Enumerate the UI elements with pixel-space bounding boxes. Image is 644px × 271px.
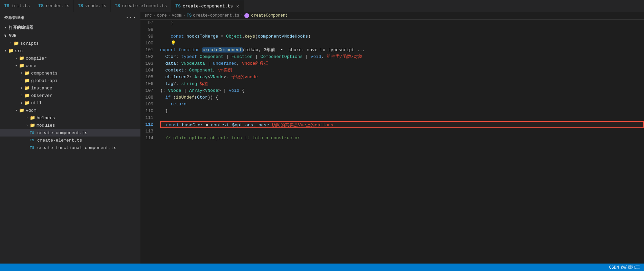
- breadcrumb-vdom: vdom: [172, 13, 182, 18]
- status-bar: CSDN @前端张三: [0, 264, 644, 271]
- chevron-icon: [19, 94, 24, 98]
- breadcrumb-src: src: [145, 13, 152, 18]
- code-lines: } const hooksToMerge = Object.keys(compo…: [157, 20, 644, 264]
- chevron-icon: [19, 101, 24, 105]
- sidebar-title: 资源管理器: [4, 15, 25, 20]
- sidebar-item-create-functional-component[interactable]: TS create-functional-component.ts: [0, 144, 140, 151]
- tab-label-create-element: create-element.ts: [122, 3, 167, 8]
- breadcrumb-core: core: [157, 13, 167, 18]
- code-line-108: if (isUndef(Ctor)) {: [160, 94, 644, 101]
- folder-icon: 📁: [19, 108, 24, 113]
- code-line-103: data: VNodeData | undefined, vndoe的数据: [160, 60, 644, 67]
- code-line-109: return: [160, 101, 644, 108]
- chevron-icon: [3, 49, 8, 53]
- sidebar-item-util[interactable]: 📁 util: [0, 99, 140, 107]
- folder-icon: 📁: [19, 63, 24, 68]
- ts-badge: TS: [38, 3, 44, 8]
- chevron-icon: [14, 64, 19, 68]
- tab-label-vnode: vnode.ts: [85, 3, 106, 8]
- code-line-106: tag?: string 标签: [160, 81, 644, 87]
- line-numbers: 97 98 99 100 101 102 103 104 105 106 107…: [140, 20, 157, 264]
- tab-create-element[interactable]: TS create-element.ts: [111, 0, 171, 12]
- sidebar-item-components[interactable]: 📁 components: [0, 69, 140, 77]
- status-text: CSDN @前端张三: [609, 265, 640, 270]
- breadcrumb-file-badge: TS: [187, 13, 192, 18]
- component-icon: [244, 13, 249, 18]
- tab-create-component[interactable]: TS create-component.ts ✕: [171, 0, 243, 12]
- sidebar-item-create-component[interactable]: TS create-component.ts: [0, 129, 140, 137]
- chevron-icon: [24, 116, 30, 120]
- sidebar-item-modules[interactable]: 📁 modules: [0, 122, 140, 129]
- editor-area: src › core › vdom › TS create-component.…: [140, 12, 644, 264]
- sidebar-item-vdom[interactable]: 📁 vdom: [0, 107, 140, 114]
- code-line-113: [160, 128, 644, 135]
- folder-icon: 📁: [30, 123, 35, 128]
- ts-file-icon: TS: [30, 146, 36, 150]
- code-line-110: }: [160, 108, 644, 114]
- tab-init[interactable]: TS init.ts: [0, 0, 34, 12]
- sidebar-item-instance[interactable]: 📁 instance: [0, 84, 140, 92]
- code-line-100: 💡: [160, 40, 644, 47]
- folder-icon: 📁: [24, 70, 30, 76]
- tab-bar: TS init.ts TS render.ts TS vnode.ts TS c…: [0, 0, 644, 12]
- breadcrumb: src › core › vdom › TS create-component.…: [140, 12, 644, 20]
- tab-label-init: init.ts: [12, 3, 30, 8]
- ts-badge-active: TS: [175, 4, 181, 9]
- sidebar-item-scripts[interactable]: 📁 scripts: [0, 40, 140, 47]
- tab-close-button[interactable]: ✕: [236, 3, 239, 9]
- code-line-104: context: Component, vm实例: [160, 67, 644, 74]
- main-layout: 资源管理器 ··· › 打开的编辑器 ∨ VUE 📁 scripts 📁 src…: [0, 12, 644, 264]
- tab-vnode[interactable]: TS vnode.ts: [74, 0, 111, 12]
- folder-icon: 📁: [24, 100, 30, 106]
- ts-badge: TS: [78, 3, 83, 8]
- sidebar-tree: 📁 scripts 📁 src 📁 compiler 📁 core 📁: [0, 40, 140, 264]
- vue-folder-label[interactable]: ∨ VUE: [0, 32, 140, 40]
- ts-badge: TS: [115, 3, 120, 8]
- chevron-icon: [14, 108, 19, 112]
- folder-icon: 📁: [8, 48, 14, 54]
- chevron-icon: [19, 79, 24, 83]
- chevron-icon: [8, 42, 14, 45]
- folder-icon: 📁: [24, 93, 30, 98]
- sidebar-item-core[interactable]: 📁 core: [0, 62, 140, 69]
- folder-icon: 📁: [24, 85, 30, 91]
- code-line-99: const hooksToMerge = Object.keys(compone…: [160, 33, 644, 40]
- folder-icon: 📁: [24, 78, 30, 83]
- sidebar-item-create-element[interactable]: TS create-element.ts: [0, 137, 140, 144]
- code-editor[interactable]: 97 98 99 100 101 102 103 104 105 106 107…: [140, 20, 644, 264]
- sidebar-item-global-api[interactable]: 📁 global-api: [0, 77, 140, 84]
- code-line-112: const baseCtor = context.$options._base …: [160, 121, 644, 128]
- folder-icon: 📁: [30, 115, 35, 121]
- code-line-98: [160, 26, 644, 33]
- breadcrumb-file: create-component.ts: [193, 13, 239, 18]
- code-line-102: Ctor: typeof Component | Function | Comp…: [160, 54, 644, 60]
- code-line-111: [160, 114, 644, 121]
- chevron-icon: [19, 86, 24, 90]
- chevron-icon: [14, 57, 19, 60]
- open-editors-label[interactable]: › 打开的编辑器: [0, 23, 140, 32]
- ts-file-icon: TS: [30, 138, 36, 142]
- code-line-107: ): VNode | Array<VNode> | void {: [160, 87, 644, 94]
- code-line-105: children?: Array<VNode>, 子级的vnode: [160, 74, 644, 81]
- folder-icon: 📁: [19, 56, 24, 61]
- sidebar-item-observer[interactable]: 📁 observer: [0, 92, 140, 99]
- sidebar-item-compiler[interactable]: 📁 compiler: [0, 55, 140, 62]
- code-line-97: }: [160, 20, 644, 26]
- tab-label-create-component: create-component.ts: [183, 4, 233, 9]
- ts-file-icon: TS: [30, 131, 36, 135]
- sidebar-menu-button[interactable]: ···: [126, 15, 136, 21]
- sidebar: 资源管理器 ··· › 打开的编辑器 ∨ VUE 📁 scripts 📁 src…: [0, 12, 140, 264]
- code-line-114: // plain options object: turn it into a …: [160, 135, 644, 142]
- ts-badge: TS: [4, 3, 9, 8]
- sidebar-item-src[interactable]: 📁 src: [0, 47, 140, 55]
- sidebar-item-helpers[interactable]: 📁 helpers: [0, 114, 140, 122]
- breadcrumb-function: createComponent: [251, 13, 288, 18]
- chevron-icon: [19, 71, 24, 75]
- tab-render[interactable]: TS render.ts: [34, 0, 74, 12]
- code-line-101: export function createComponent(pikax, 3…: [160, 47, 644, 54]
- chevron-icon: [24, 124, 30, 127]
- sidebar-header: 资源管理器 ···: [0, 12, 140, 23]
- tab-label-render: render.ts: [46, 3, 69, 8]
- folder-icon: 📁: [14, 41, 19, 46]
